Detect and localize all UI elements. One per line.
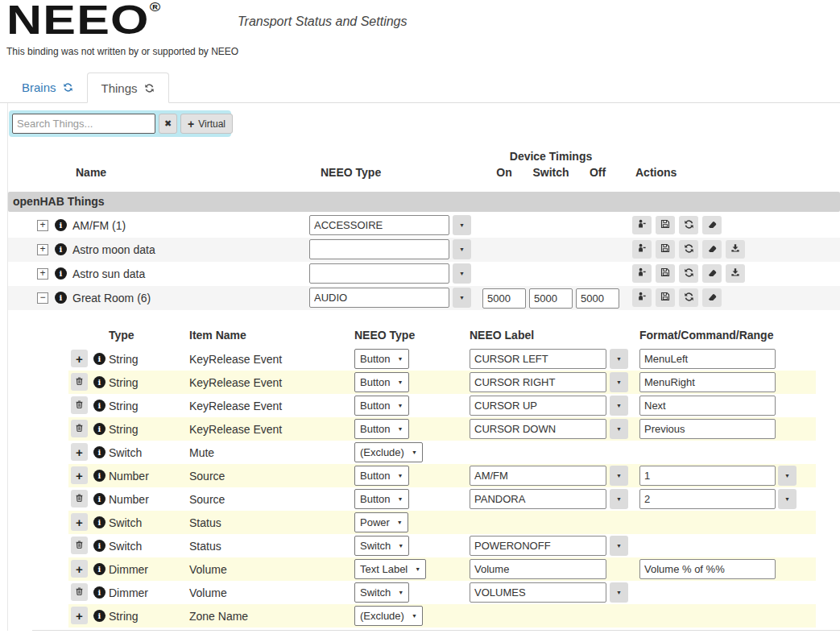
- clear-search-button[interactable]: ✖: [159, 114, 177, 134]
- restore-button[interactable]: [632, 288, 652, 307]
- info-icon[interactable]: i: [55, 243, 67, 255]
- info-icon[interactable]: i: [93, 446, 106, 458]
- add-channel-button[interactable]: +: [71, 560, 88, 578]
- neeo-label-dropdown-button[interactable]: ▼: [610, 582, 628, 603]
- erase-button[interactable]: [702, 288, 722, 307]
- expand-button[interactable]: +: [37, 268, 48, 280]
- neeo-label-input[interactable]: [470, 419, 606, 439]
- neeo-label-input[interactable]: [470, 582, 606, 603]
- neeo-label-input[interactable]: [470, 466, 606, 486]
- neeo-type-input[interactable]: [309, 215, 449, 235]
- info-icon[interactable]: i: [93, 516, 106, 528]
- neeo-type-select[interactable]: Button▼: [354, 396, 409, 416]
- neeo-label-dropdown-button[interactable]: ▼: [610, 489, 628, 509]
- neeo-type-input[interactable]: [309, 288, 449, 308]
- refresh-icon[interactable]: [63, 82, 73, 93]
- neeo-type-dropdown-button[interactable]: ▼: [453, 263, 471, 284]
- expand-button[interactable]: +: [37, 244, 48, 255]
- add-channel-button[interactable]: +: [71, 350, 88, 367]
- add-virtual-button[interactable]: + Virtual: [180, 114, 233, 134]
- info-icon[interactable]: i: [93, 400, 106, 412]
- erase-button[interactable]: [702, 216, 722, 234]
- neeo-label-dropdown-button[interactable]: ▼: [610, 466, 628, 486]
- format-dropdown-button[interactable]: ▼: [778, 466, 797, 486]
- format-input[interactable]: [639, 396, 776, 416]
- neeo-type-select[interactable]: Button▼: [354, 372, 409, 392]
- neeo-type-select[interactable]: (Exclude)▼: [354, 606, 423, 626]
- collapse-button[interactable]: −: [37, 292, 48, 304]
- neeo-label-input[interactable]: [470, 536, 606, 556]
- neeo-label-input[interactable]: [470, 349, 606, 369]
- delete-channel-button[interactable]: [71, 490, 88, 508]
- delete-channel-button[interactable]: [71, 583, 88, 601]
- format-input[interactable]: [639, 419, 776, 439]
- add-channel-button[interactable]: +: [71, 466, 88, 484]
- neeo-label-dropdown-button[interactable]: ▼: [610, 396, 628, 416]
- neeo-label-dropdown-button[interactable]: ▼: [610, 419, 628, 439]
- neeo-label-dropdown-button[interactable]: ▼: [610, 536, 628, 556]
- save-button[interactable]: [656, 264, 675, 283]
- neeo-type-select[interactable]: Switch▼: [354, 582, 409, 603]
- info-icon[interactable]: i: [93, 423, 106, 435]
- delete-channel-button[interactable]: [71, 396, 88, 414]
- format-input[interactable]: [639, 349, 776, 369]
- neeo-type-dropdown-button[interactable]: ▼: [453, 288, 471, 308]
- format-dropdown-button[interactable]: ▼: [778, 489, 797, 509]
- search-input[interactable]: [12, 114, 155, 134]
- info-icon[interactable]: i: [93, 610, 106, 622]
- tab-things[interactable]: Things: [87, 72, 169, 103]
- neeo-type-dropdown-button[interactable]: ▼: [453, 215, 471, 235]
- neeo-type-input[interactable]: [309, 239, 449, 259]
- add-channel-button[interactable]: +: [71, 513, 88, 531]
- restore-button[interactable]: [632, 216, 652, 234]
- timing-on-input[interactable]: [482, 288, 526, 309]
- erase-button[interactable]: [702, 240, 722, 259]
- erase-button[interactable]: [702, 264, 722, 283]
- neeo-type-select[interactable]: Switch▼: [354, 536, 409, 556]
- save-button[interactable]: [656, 288, 675, 307]
- neeo-type-select[interactable]: Button▼: [354, 489, 409, 509]
- info-icon[interactable]: i: [93, 376, 106, 388]
- add-channel-button[interactable]: +: [71, 443, 88, 461]
- neeo-type-input[interactable]: [309, 263, 449, 284]
- neeo-label-dropdown-button[interactable]: ▼: [610, 372, 628, 392]
- neeo-label-input[interactable]: [470, 396, 606, 416]
- neeo-label-dropdown-button[interactable]: ▼: [610, 349, 628, 369]
- format-input[interactable]: [639, 372, 776, 392]
- refresh-button[interactable]: [679, 264, 698, 283]
- restore-button[interactable]: [632, 264, 652, 283]
- add-channel-button[interactable]: +: [71, 607, 88, 624]
- format-input[interactable]: [639, 489, 776, 509]
- info-icon[interactable]: i: [93, 586, 106, 599]
- timing-off-input[interactable]: [576, 288, 619, 309]
- neeo-type-select[interactable]: Power▼: [354, 512, 408, 532]
- info-icon[interactable]: i: [93, 470, 106, 482]
- delete-channel-button[interactable]: [71, 420, 88, 437]
- neeo-type-select[interactable]: Button▼: [354, 349, 409, 369]
- refresh-button[interactable]: [679, 216, 698, 234]
- neeo-type-select[interactable]: Button▼: [354, 466, 409, 486]
- info-icon[interactable]: i: [55, 219, 67, 231]
- export-button[interactable]: [726, 264, 745, 283]
- expand-button[interactable]: +: [37, 220, 48, 231]
- tab-brains[interactable]: Brains: [8, 72, 87, 102]
- refresh-button[interactable]: [679, 240, 698, 259]
- info-icon[interactable]: i: [93, 540, 106, 552]
- delete-channel-button[interactable]: [71, 536, 88, 554]
- info-icon[interactable]: i: [93, 353, 106, 365]
- format-input[interactable]: [639, 466, 776, 486]
- restore-button[interactable]: [632, 240, 652, 259]
- timing-switch-input[interactable]: [529, 288, 573, 309]
- save-button[interactable]: [656, 240, 675, 259]
- info-icon[interactable]: i: [55, 292, 67, 304]
- format-input[interactable]: [639, 559, 776, 579]
- info-icon[interactable]: i: [55, 267, 67, 280]
- neeo-label-input[interactable]: [470, 489, 606, 509]
- neeo-type-select[interactable]: Text Label▼: [354, 559, 426, 579]
- neeo-label-input[interactable]: [470, 559, 606, 579]
- neeo-label-input[interactable]: [470, 372, 606, 392]
- neeo-type-select[interactable]: Button▼: [354, 419, 409, 439]
- refresh-icon[interactable]: [144, 83, 155, 93]
- neeo-type-dropdown-button[interactable]: ▼: [453, 239, 471, 259]
- info-icon[interactable]: i: [93, 493, 106, 505]
